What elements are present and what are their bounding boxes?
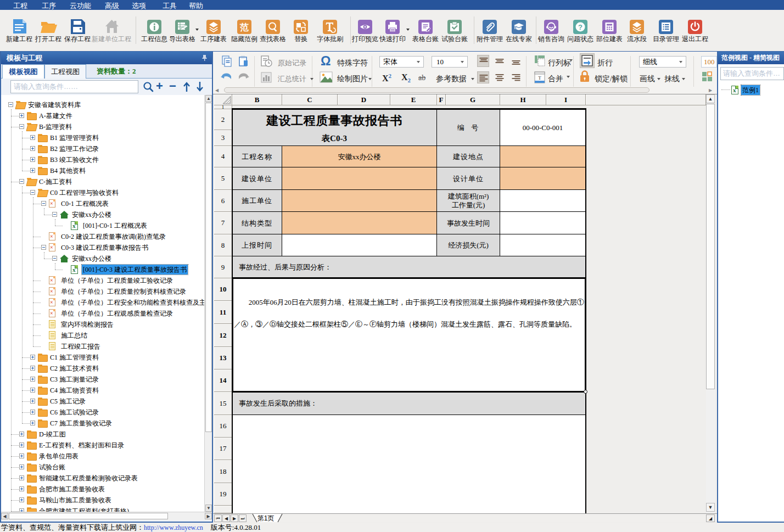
svg-text:T: T [538, 75, 541, 81]
svg-text:范: 范 [239, 23, 249, 32]
svg-text:?: ? [578, 23, 583, 31]
